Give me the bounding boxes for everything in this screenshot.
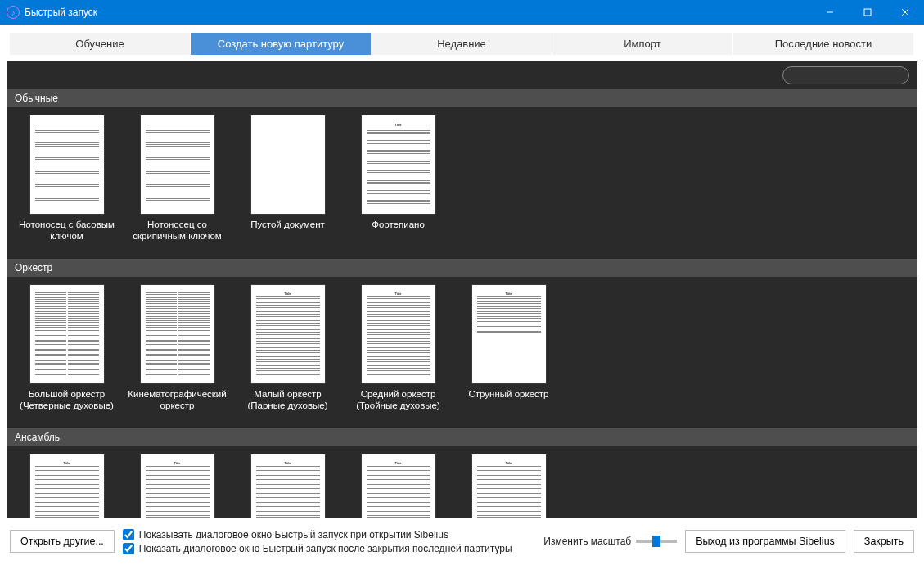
template-thumbnail <box>30 285 104 383</box>
template-label: Фортепиано <box>370 219 426 242</box>
template-thumbnail: Title <box>362 285 435 383</box>
template-item[interactable]: TitleФортепиано <box>343 115 453 242</box>
check-show-on-open-label: Показывать диалоговое окно Быстрый запус… <box>139 529 448 540</box>
template-item[interactable]: TitleМалый оркестр (Парные духовые) <box>232 285 343 412</box>
template-thumbnail <box>30 115 104 214</box>
template-item[interactable]: TitleСтрунный оркестр <box>453 285 564 412</box>
template-thumbnail <box>251 115 325 214</box>
tab-3[interactable]: Импорт <box>552 33 732 55</box>
template-label: Малый оркестр (Парные духовые) <box>232 388 343 412</box>
category-items: Большой оркестр (Четверные духовые)Кинем… <box>7 277 917 428</box>
content-area: ОбычныеНотоносец с басовым ключомНотонос… <box>7 61 917 540</box>
app-icon: ♪ <box>7 6 20 19</box>
checkbox-show-after-close[interactable] <box>123 543 134 554</box>
tab-2[interactable]: Недавние <box>372 33 552 55</box>
template-item[interactable]: Кинематографический оркестр <box>122 285 232 412</box>
footer: Открыть другие... Показывать диалоговое … <box>0 518 924 565</box>
check-show-after-close[interactable]: Показать диалоговое окно Быстрый запуск … <box>123 543 512 554</box>
template-thumbnail: Title <box>251 285 325 383</box>
template-scroll[interactable]: ОбычныеНотоносец с басовым ключомНотонос… <box>7 89 917 540</box>
template-label: Струнный оркестр <box>467 388 551 411</box>
template-label: Пустой документ <box>249 219 327 242</box>
template-item[interactable]: Нотоносец со скрипичным ключом <box>122 115 232 242</box>
template-label: Средний оркестр (Тройные духовые) <box>343 388 453 412</box>
template-item[interactable]: Пустой документ <box>232 115 343 242</box>
template-label: Кинематографический оркестр <box>122 388 232 412</box>
template-thumbnail <box>141 285 214 383</box>
category-header: Оркестр <box>7 259 917 277</box>
zoom-slider[interactable] <box>636 540 677 543</box>
tab-4[interactable]: Последние новости <box>733 33 913 55</box>
maximize-button[interactable] <box>849 0 886 25</box>
template-label: Нотоносец с басовым ключом <box>11 219 122 242</box>
tab-0[interactable]: Обучение <box>10 33 190 55</box>
svg-rect-1 <box>864 9 871 16</box>
template-thumbnail: Title <box>472 285 546 383</box>
exit-button[interactable]: Выход из программы Sibelius <box>685 530 845 553</box>
tab-1[interactable]: Создать новую партитуру <box>191 33 371 55</box>
minimize-button[interactable] <box>811 0 849 25</box>
category-header: Обычные <box>7 89 917 107</box>
close-button[interactable]: Закрыть <box>854 530 914 553</box>
template-label: Большой оркестр (Четверные духовые) <box>11 388 122 412</box>
open-other-button[interactable]: Открыть другие... <box>10 530 115 553</box>
search-box[interactable] <box>782 66 909 84</box>
search-input[interactable] <box>791 70 904 80</box>
template-thumbnail <box>141 115 214 214</box>
tab-bar: ОбучениеСоздать новую партитуруНедавниеИ… <box>0 25 924 55</box>
template-item[interactable]: Большой оркестр (Четверные духовые) <box>11 285 122 412</box>
title-bar: ♪ Быстрый запуск <box>0 0 924 25</box>
template-item[interactable]: TitleСредний оркестр (Тройные духовые) <box>343 285 453 412</box>
check-show-on-open[interactable]: Показывать диалоговое окно Быстрый запус… <box>123 529 512 540</box>
zoom-label: Изменить масштаб <box>543 536 631 547</box>
checkbox-show-on-open[interactable] <box>123 529 134 540</box>
window-title: Быстрый запуск <box>25 7 97 18</box>
template-label: Нотоносец со скрипичным ключом <box>122 219 232 242</box>
close-window-button[interactable] <box>886 0 924 25</box>
category-header: Ансамбль <box>7 428 917 446</box>
template-thumbnail: Title <box>362 115 435 214</box>
category-items: Нотоносец с басовым ключомНотоносец со с… <box>7 107 917 259</box>
check-show-after-close-label: Показать диалоговое окно Быстрый запуск … <box>139 543 512 554</box>
template-item[interactable]: Нотоносец с басовым ключом <box>11 115 122 242</box>
